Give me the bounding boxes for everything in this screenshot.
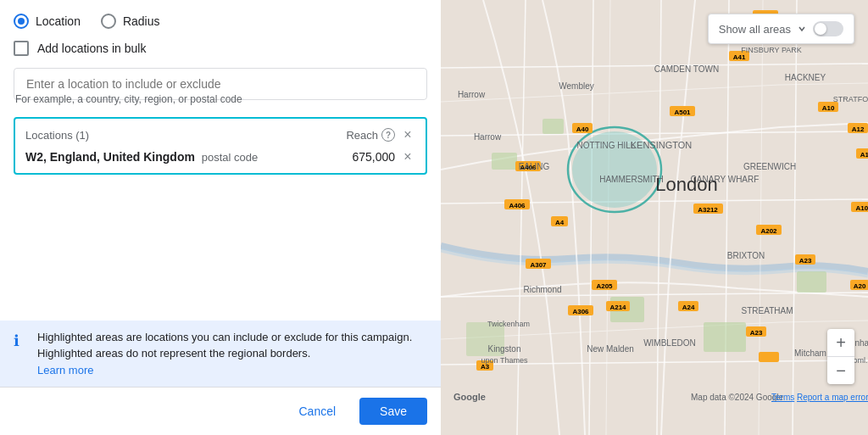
map-svg: A406 A40 A501 A41 A1 A10 A12 A13 A406 A4… bbox=[441, 0, 868, 435]
add-locations-bulk-label: Add locations in bulk bbox=[37, 42, 146, 55]
svg-rect-11 bbox=[492, 153, 517, 170]
svg-rect-12 bbox=[542, 119, 564, 134]
svg-text:A23: A23 bbox=[799, 257, 812, 265]
svg-text:A102: A102 bbox=[855, 204, 868, 212]
radio-group: Location Radius bbox=[14, 14, 427, 29]
svg-text:Kingston: Kingston bbox=[488, 344, 521, 354]
add-locations-bulk-checkbox[interactable] bbox=[14, 41, 29, 56]
zoom-in-button[interactable]: + bbox=[827, 329, 854, 356]
svg-text:A23: A23 bbox=[750, 329, 763, 337]
save-button[interactable]: Save bbox=[359, 398, 427, 425]
svg-text:A214: A214 bbox=[609, 304, 626, 311]
locations-close-icon[interactable]: × bbox=[400, 127, 415, 142]
svg-text:HAMMERSMITH: HAMMERSMITH bbox=[599, 175, 664, 184]
info-text: Highlighted areas are locations you can … bbox=[37, 329, 427, 379]
svg-text:STREATHAM: STREATHAM bbox=[742, 306, 793, 315]
svg-text:New Malden: New Malden bbox=[587, 344, 634, 354]
action-bar: Cancel Save bbox=[0, 387, 441, 435]
svg-text:KENSINGTON: KENSINGTON bbox=[631, 140, 693, 150]
zoom-out-button[interactable]: − bbox=[827, 357, 854, 384]
svg-rect-14 bbox=[704, 322, 746, 352]
svg-rect-61 bbox=[759, 352, 779, 362]
location-search-input[interactable] bbox=[26, 77, 415, 91]
add-locations-bulk-row[interactable]: Add locations in bulk bbox=[14, 41, 427, 56]
svg-rect-15 bbox=[797, 271, 826, 293]
svg-text:Richmond: Richmond bbox=[523, 285, 561, 294]
locations-header: Locations (1) Reach ? × bbox=[25, 127, 415, 142]
svg-text:A202: A202 bbox=[760, 227, 777, 235]
svg-text:GREENWICH: GREENWICH bbox=[743, 162, 796, 171]
info-icon: ℹ bbox=[14, 330, 29, 353]
svg-text:A307: A307 bbox=[530, 261, 547, 269]
radio-location-circle bbox=[14, 14, 29, 29]
location-row: W2, England, United Kingdom postal code … bbox=[25, 149, 415, 165]
show-all-areas-toggle[interactable] bbox=[813, 21, 843, 36]
left-panel: Location Radius Add locations in bulk Fo… bbox=[0, 0, 441, 435]
svg-text:FINSBURY PARK: FINSBURY PARK bbox=[741, 46, 802, 54]
svg-text:A13: A13 bbox=[860, 151, 868, 159]
chevron-down-icon bbox=[798, 25, 806, 33]
svg-text:A406: A406 bbox=[509, 202, 526, 209]
reach-info-icon[interactable]: ? bbox=[381, 128, 395, 142]
svg-text:CAMDEN TOWN: CAMDEN TOWN bbox=[654, 64, 719, 74]
reach-area: Reach ? × bbox=[346, 127, 415, 142]
svg-text:Terms: Terms bbox=[771, 393, 794, 402]
bottom-actions: ℹ Highlighted areas are locations you ca… bbox=[0, 321, 441, 436]
locations-box: Locations (1) Reach ? × W2, England, Uni… bbox=[14, 117, 427, 175]
svg-text:A306: A306 bbox=[572, 308, 589, 315]
info-bar: ℹ Highlighted areas are locations you ca… bbox=[0, 321, 441, 388]
svg-text:A40: A40 bbox=[576, 125, 589, 133]
show-all-areas-label: Show all areas bbox=[719, 23, 791, 36]
svg-text:Report a map error: Report a map error bbox=[797, 393, 868, 402]
svg-text:A3212: A3212 bbox=[698, 206, 718, 214]
radio-location-label: Location bbox=[36, 14, 81, 28]
svg-text:A10: A10 bbox=[822, 104, 835, 112]
svg-text:A501: A501 bbox=[674, 109, 691, 116]
svg-text:A12: A12 bbox=[852, 125, 865, 133]
location-remove-icon[interactable]: × bbox=[400, 149, 415, 165]
svg-text:Twickenham: Twickenham bbox=[487, 320, 530, 328]
locations-count: Locations (1) bbox=[25, 129, 89, 142]
location-name: W2, England, United Kingdom postal code bbox=[25, 150, 258, 164]
radio-radius-circle bbox=[101, 14, 116, 29]
map-zoom-controls: + − bbox=[827, 329, 854, 384]
svg-text:London: London bbox=[655, 174, 717, 195]
radio-location[interactable]: Location bbox=[14, 14, 81, 29]
location-type: postal code bbox=[202, 151, 259, 164]
map-panel: A406 A40 A501 A41 A1 A10 A12 A13 A406 A4… bbox=[441, 0, 868, 435]
search-hint: For example, a country, city, region, or… bbox=[14, 93, 427, 105]
svg-text:EALING: EALING bbox=[519, 162, 550, 171]
svg-text:A20: A20 bbox=[854, 282, 866, 290]
svg-text:NOTTING HILL: NOTTING HILL bbox=[577, 141, 636, 150]
svg-text:Wembley: Wembley bbox=[559, 81, 594, 91]
svg-text:Harrow: Harrow bbox=[474, 132, 502, 142]
svg-text:Google: Google bbox=[453, 392, 486, 402]
svg-text:Harrow: Harrow bbox=[458, 90, 486, 99]
svg-text:A4: A4 bbox=[555, 219, 565, 226]
reach-number: 675,000 bbox=[352, 150, 395, 164]
show-all-areas-button[interactable]: Show all areas bbox=[708, 14, 854, 44]
svg-text:STRATFORD: STRATFORD bbox=[833, 95, 868, 103]
svg-text:A41: A41 bbox=[733, 53, 746, 61]
svg-text:A24: A24 bbox=[682, 304, 695, 311]
location-text-area: W2, England, United Kingdom postal code bbox=[25, 150, 258, 164]
svg-text:BRIXTON: BRIXTON bbox=[727, 251, 765, 260]
learn-more-link[interactable]: Learn more bbox=[37, 364, 93, 376]
radio-radius-label: Radius bbox=[123, 14, 160, 28]
svg-text:Map data ©2024 Google: Map data ©2024 Google bbox=[691, 393, 784, 402]
reach-label: Reach ? bbox=[346, 128, 395, 142]
reach-value-area: 675,000 × bbox=[352, 149, 415, 165]
svg-text:WIMBLEDON: WIMBLEDON bbox=[643, 338, 696, 348]
cancel-button[interactable]: Cancel bbox=[285, 398, 349, 425]
svg-text:upon Thames: upon Thames bbox=[481, 356, 528, 365]
radio-radius[interactable]: Radius bbox=[101, 14, 160, 29]
svg-text:A205: A205 bbox=[596, 282, 613, 290]
svg-text:Mitcham: Mitcham bbox=[794, 349, 826, 358]
svg-text:HACKNEY: HACKNEY bbox=[785, 73, 826, 82]
